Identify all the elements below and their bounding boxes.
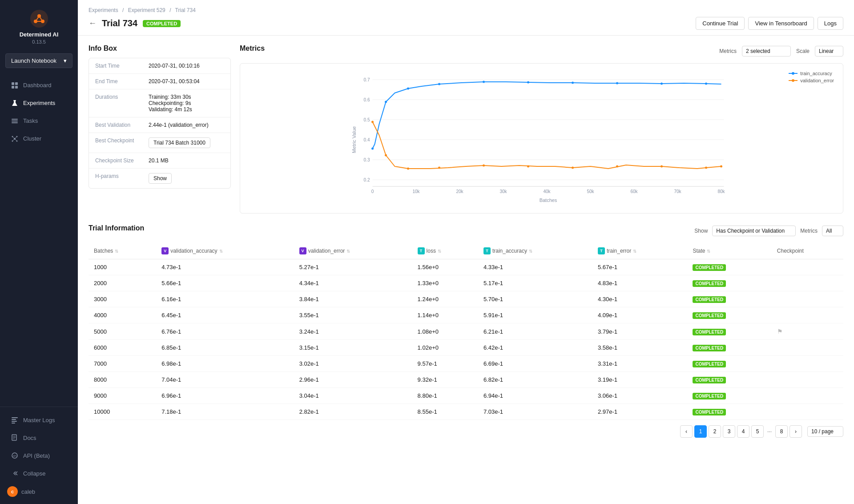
svg-point-65 [438,83,440,85]
sort-icon: ⇅ [438,249,441,254]
sort-icon: ⇅ [346,249,350,254]
cell-validation-accuracy: 4.73e-1 [156,259,294,275]
best-checkpoint-button[interactable]: Trial 734 Batch 31000 [149,137,210,148]
metrics-filter-label: Metrics [800,228,818,234]
app-name: Determined AI [20,31,59,38]
trial-information-section: Trial Information Show Has Checkpoint or… [89,224,843,439]
sidebar-item-collapse[interactable]: Collapse [4,465,74,482]
svg-rect-14 [12,122,18,123]
pagination-page-5[interactable]: 5 [751,425,764,438]
breadcrumb-trial734[interactable]: Trial 734 [175,7,196,13]
sidebar-item-experiments[interactable]: Experiments [4,95,74,112]
back-button[interactable]: ← [89,19,97,28]
api-icon: API [11,452,19,460]
scale-select[interactable]: Linear Log [815,46,843,56]
sidebar-item-cluster[interactable]: Cluster [4,130,74,147]
svg-rect-30 [13,437,16,438]
pagination-next-button[interactable]: › [790,425,802,438]
col-header-train-accuracy[interactable]: T train_accuracy ⇅ [478,243,592,259]
svg-text:40k: 40k [543,189,551,194]
col-header-batches[interactable]: Batches ⇅ [89,243,156,259]
tasks-icon [11,117,19,125]
sidebar-item-label: API (Beta) [23,452,50,459]
svg-line-21 [15,137,17,139]
state-badge: COMPLETED [693,312,726,319]
col-header-train-error[interactable]: T train_error ⇅ [592,243,688,259]
col-header-validation-error[interactable]: V validation_error ⇅ [294,243,412,259]
launch-notebook-button[interactable]: Launch Notebook ▾ [5,53,73,68]
user-avatar: c [7,486,18,497]
cell-loss: 1.02e+0 [412,340,478,356]
breadcrumb-experiments[interactable]: Experiments [89,7,118,13]
legend-train-accuracy-icon [789,71,798,76]
logs-button[interactable]: Logs [818,17,843,30]
pagination-prev-button[interactable]: ‹ [680,425,693,438]
cell-state: COMPLETED [687,275,771,291]
col-header-state[interactable]: State ⇅ [687,243,771,259]
sidebar-item-tasks[interactable]: Tasks [4,113,74,129]
sidebar-item-label: Dashboard [23,82,52,89]
sidebar-nav: Dashboard Experiments Tasks Cluster [0,73,78,407]
page-size-select[interactable]: 10 / page 20 / page 50 / page [807,426,843,437]
cell-state: COMPLETED [687,388,771,404]
cell-validation-accuracy: 6.85e-1 [156,340,294,356]
col-header-checkpoint: Checkpoint [772,243,843,259]
continue-trial-button[interactable]: Continue Trial [696,17,745,30]
info-box-title: Info Box [89,44,231,52]
info-table: Start Time 2020-07-31, 00:10:16 End Time… [89,58,231,189]
cell-loss: 1.33e+0 [412,275,478,291]
col-header-loss[interactable]: T loss ⇅ [412,243,478,259]
svg-rect-13 [12,121,18,121]
pagination-page-3[interactable]: 3 [723,425,735,438]
svg-text:0: 0 [371,189,374,194]
svg-rect-8 [15,82,18,85]
table-row: 8000 7.04e-1 2.96e-1 9.32e-1 6.82e-1 3.1… [89,372,843,388]
cell-loss: 8.55e-1 [412,404,478,420]
svg-rect-24 [12,417,18,418]
dropdown-arrow-icon: ▾ [64,57,67,64]
cell-batches: 4000 [89,307,156,323]
svg-point-80 [661,165,663,168]
hparams-show-button[interactable]: Show [149,173,172,184]
view-tensorboard-button[interactable]: View in Tensorboard [748,17,814,30]
cell-state: COMPLETED [687,372,771,388]
cell-train-error: 4.30e-1 [592,291,688,307]
cell-train-accuracy: 4.33e-1 [478,259,592,275]
cell-batches: 5000 [89,323,156,340]
cell-batches: 2000 [89,275,156,291]
sidebar-item-dashboard[interactable]: Dashboard [4,77,74,94]
pagination-page-1[interactable]: 1 [694,425,707,438]
cell-checkpoint [772,259,843,275]
state-badge: COMPLETED [693,296,726,303]
pagination-page-2[interactable]: 2 [709,425,721,438]
col-header-validation-accuracy[interactable]: V validation_accuracy ⇅ [156,243,294,259]
checkpoint-flag-icon[interactable]: ⚑ [777,328,783,335]
svg-line-23 [15,139,17,141]
checkpoint-filter-select[interactable]: Has Checkpoint or Validation All [712,226,796,236]
cell-train-accuracy: 5.70e-1 [478,291,592,307]
cell-state: COMPLETED [687,323,771,340]
cell-train-accuracy: 6.69e-1 [478,356,592,372]
sidebar-item-docs[interactable]: Docs [4,429,74,446]
metrics-section: Metrics Metrics 2 selected Scale Linear [240,44,843,214]
cell-checkpoint [772,291,843,307]
breadcrumb-experiment529[interactable]: Experiment 529 [128,7,165,13]
cell-validation-accuracy: 6.98e-1 [156,356,294,372]
metrics-filter-select[interactable]: All [822,226,843,236]
svg-rect-25 [12,419,16,420]
sort-icon: ⇅ [633,249,636,254]
pagination-page-8[interactable]: 8 [775,425,788,438]
cell-train-error: 2.97e-1 [592,404,688,420]
user-menu[interactable]: c caleb [0,483,78,500]
svg-text:30k: 30k [500,189,507,194]
cell-loss: 1.24e+0 [412,291,478,307]
cell-batches: 10000 [89,404,156,420]
svg-text:0.2: 0.2 [364,177,370,182]
table-row: 9000 6.96e-1 3.04e-1 8.80e-1 6.94e-1 3.0… [89,388,843,404]
sidebar-item-master-logs[interactable]: Master Logs [4,411,74,428]
sidebar-item-label: Collapse [23,470,46,477]
pagination-page-4[interactable]: 4 [737,425,749,438]
metrics-select[interactable]: 2 selected [742,46,791,56]
cell-checkpoint: ⚑ [772,323,843,340]
sidebar-item-api-beta[interactable]: API API (Beta) [4,447,74,464]
